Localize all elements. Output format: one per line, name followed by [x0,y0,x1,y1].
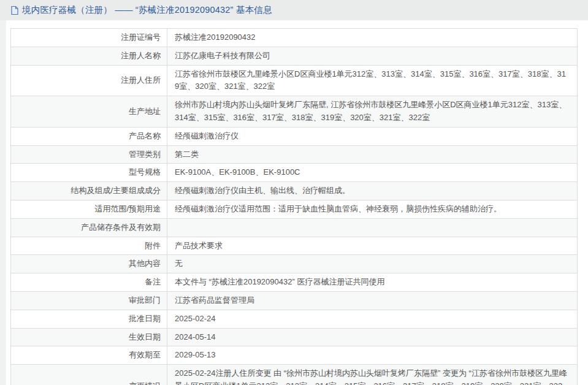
row-label-text: 结构及组成/主要组成成分 [71,186,161,195]
row-label: 生产地址 [11,96,167,128]
row-value [167,218,578,237]
row-label-text: 管理类别 [129,150,161,159]
table-row: 其他内容无 [11,255,578,273]
row-value: 徐州市苏山村境内苏山头烟叶复烤厂东隔壁, 江苏省徐州市鼓楼区九里峰景小区D区商业… [167,96,578,128]
row-label-text: 产品名称 [129,131,161,140]
row-label-text: 注册证编号 [121,32,161,42]
row-value-text: 江苏省徐州市鼓楼区九里峰景小区D区商业楼1单元312室、313室、314室、31… [175,69,566,91]
row-value-text: 2024-05-14 [175,332,216,341]
row-value: 无 [167,255,578,273]
row-value: 经颅磁刺激治疗仪 [167,127,578,145]
row-label: 其他内容 [11,255,167,273]
header-bar: 境内医疗器械（注册） —— “苏械注准20192090432” 基本信息 [0,0,588,20]
row-value-text: 本文件与 “苏械注准20192090432” 医疗器械注册证共同使用 [175,277,384,286]
row-label: 注册人住所 [11,65,167,96]
row-value-text: 苏械注准20192090432 [175,32,256,42]
row-value-text: 经颅磁刺激治疗仪由主机、输出线、治疗帽组成。 [175,186,350,195]
row-value: 江苏省徐州市鼓楼区九里峰景小区D区商业楼1单元312室、313室、314室、31… [167,65,578,96]
row-value: 本文件与 “苏械注准20192090432” 医疗器械注册证共同使用 [167,273,578,292]
row-value: 2025-02-24注册人住所变更 由 “徐州市苏山村境内苏山头烟叶复烤厂东隔壁… [167,365,578,385]
row-label: 批准日期 [11,310,167,328]
row-value-text: 经颅磁刺激治疗仪 [175,131,239,140]
row-value: 江苏亿康电子科技有限公司 [167,47,578,65]
row-value: 苏械注准20192090432 [167,29,578,47]
row-label: 型号规格 [11,164,167,182]
row-value-text: 2029-05-13 [175,350,216,359]
row-value: 产品技术要求 [167,237,578,255]
table-row: 适用范围/预期用途经颅磁刺激治疗仪适用范围：适用于缺血性脑血管病、神经衰弱，脑损… [11,200,578,218]
row-value: 第二类 [167,145,578,164]
row-value-text: 2025-02-24注册人住所变更 由 “徐州市苏山村境内苏山头烟叶复烤厂东隔壁… [175,368,567,385]
row-label: 管理类别 [11,145,167,164]
row-value-text: 无 [175,259,183,268]
table-row: 产品名称经颅磁刺激治疗仪 [11,127,578,145]
row-value: 江苏省药品监督管理局 [167,291,578,310]
row-label: 适用范围/预期用途 [11,200,167,218]
table-row: 变更情况2025-02-24注册人住所变更 由 “徐州市苏山村境内苏山头烟叶复烤… [11,365,578,385]
table-row: 有效期至2029-05-13 [11,346,578,365]
row-value-text: 产品技术要求 [175,241,223,250]
row-value-text: 经颅磁刺激治疗仪适用范围：适用于缺血性脑血管病、神经衰弱，脑损伤性疾病的辅助治疗… [175,204,502,213]
row-label-text: 批准日期 [129,314,161,323]
row-value: 经颅磁刺激治疗仪由主机、输出线、治疗帽组成。 [167,182,578,200]
row-value-text: 2025-02-24 [175,314,216,323]
row-value: 2025-02-24 [167,310,578,328]
table-row: 生产地址徐州市苏山村境内苏山头烟叶复烤厂东隔壁, 江苏省徐州市鼓楼区九里峰景小区… [11,96,578,128]
row-value-text: 江苏亿康电子科技有限公司 [175,51,270,60]
table-row: 注册人住所江苏省徐州市鼓楼区九里峰景小区D区商业楼1单元312室、313室、31… [11,65,578,96]
row-label: 附件 [11,237,167,255]
row-label-text: 适用范围/预期用途 [94,204,161,213]
row-label-text: 注册人住所 [121,75,161,85]
row-label-text: 生效日期 [129,332,161,341]
table-row: 批准日期2025-02-24 [11,310,578,328]
row-label-text: 审批部门 [129,295,161,305]
row-label: 变更情况 [11,365,167,385]
row-label: 产品储存条件及有效期 [11,218,167,237]
table-row: 型号规格EK-9100A、EK-9100B、EK-9100C [11,164,578,182]
table-row: 注册证编号苏械注准20192090432 [11,29,578,47]
table-row: 审批部门江苏省药品监督管理局 [11,291,578,310]
table-row: 备注本文件与 “苏械注准20192090432” 医疗器械注册证共同使用 [11,273,578,292]
row-label-text: 有效期至 [129,350,161,359]
row-label: 备注 [11,273,167,292]
row-label: 产品名称 [11,127,167,145]
row-value: 2029-05-13 [167,346,578,365]
row-value-text: EK-9100A、EK-9100B、EK-9100C [175,167,300,177]
registration-table: 注册证编号苏械注准20192090432注册人名称江苏亿康电子科技有限公司注册人… [10,28,578,385]
row-value-text: 徐州市苏山村境内苏山头烟叶复烤厂东隔壁, 江苏省徐州市鼓楼区九里峰景小区D区商业… [175,100,567,122]
table-row: 附件产品技术要求 [11,237,578,255]
row-value-text: 第二类 [175,150,199,159]
row-value: 2024-05-14 [167,328,578,346]
table-row: 管理类别第二类 [11,145,578,164]
row-label: 有效期至 [11,346,167,365]
row-label-text: 变更情况 [129,381,161,385]
row-value-text: 江苏省药品监督管理局 [175,295,254,305]
table-row: 生效日期2024-05-14 [11,328,578,346]
page-left-edge [0,20,6,385]
row-value: EK-9100A、EK-9100B、EK-9100C [167,164,578,182]
row-label-text: 产品储存条件及有效期 [81,223,161,232]
row-label: 注册人名称 [11,47,167,65]
row-label-text: 备注 [145,277,161,286]
document-icon [10,6,19,15]
row-value: 经颅磁刺激治疗仪适用范围：适用于缺血性脑血管病、神经衰弱，脑损伤性疾病的辅助治疗… [167,200,578,218]
row-label-text: 型号规格 [129,167,161,177]
table-row: 结构及组成/主要组成成分经颅磁刺激治疗仪由主机、输出线、治疗帽组成。 [11,182,578,200]
row-label-text: 其他内容 [129,259,161,268]
table-row: 产品储存条件及有效期 [11,218,578,237]
table-row: 注册人名称江苏亿康电子科技有限公司 [11,47,578,65]
row-label-text: 生产地址 [129,107,161,116]
row-label: 结构及组成/主要组成成分 [11,182,167,200]
page-title: 境内医疗器械（注册） —— “苏械注准20192090432” 基本信息 [22,4,272,16]
row-label: 生效日期 [11,328,167,346]
row-label: 注册证编号 [11,29,167,47]
row-label-text: 附件 [145,241,161,250]
row-label: 审批部门 [11,291,167,310]
row-label-text: 注册人名称 [121,51,161,60]
